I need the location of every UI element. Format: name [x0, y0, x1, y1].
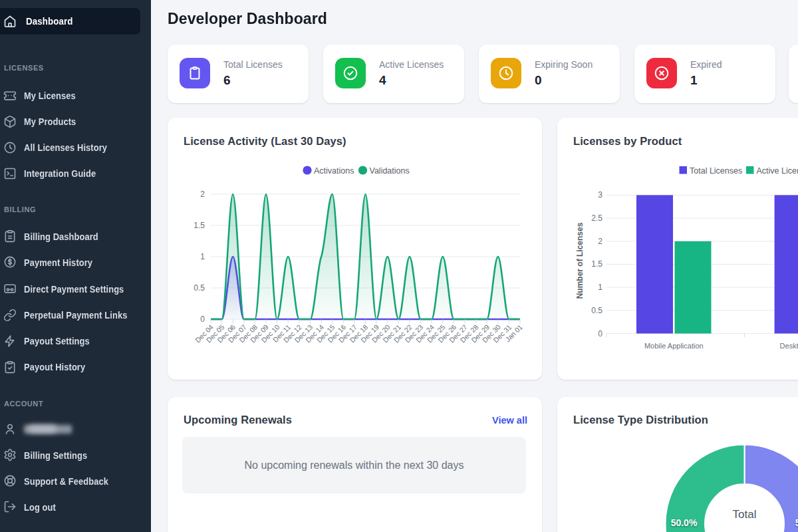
svg-text:Total: Total [733, 508, 757, 521]
svg-text:Desktop Application: Desktop Application [780, 342, 798, 350]
svg-text:0.5: 0.5 [194, 283, 205, 293]
svg-text:1.5: 1.5 [194, 221, 205, 230]
svg-text:2: 2 [598, 237, 602, 246]
svg-text:1: 1 [598, 283, 602, 292]
svg-text:2: 2 [200, 190, 205, 199]
svg-text:Number of Licenses: Number of Licenses [575, 222, 585, 299]
svg-text:Total Licenses: Total Licenses [690, 166, 742, 176]
svg-text:1: 1 [200, 252, 205, 261]
svg-text:Validations: Validations [370, 166, 410, 176]
svg-text:3: 3 [598, 190, 602, 200]
svg-text:0: 0 [200, 315, 205, 324]
svg-text:1.5: 1.5 [591, 259, 602, 269]
svg-text:Activations: Activations [314, 166, 354, 176]
svg-text:50.0%: 50.0% [671, 517, 698, 528]
svg-text:0: 0 [598, 329, 602, 338]
svg-text:2.5: 2.5 [591, 213, 602, 223]
svg-text:50.0%: 50.0% [795, 517, 798, 528]
svg-text:0.5: 0.5 [591, 306, 602, 315]
svg-text:Mobile Application: Mobile Application [644, 342, 704, 350]
svg-text:Active Licenses: Active Licenses [757, 166, 798, 176]
